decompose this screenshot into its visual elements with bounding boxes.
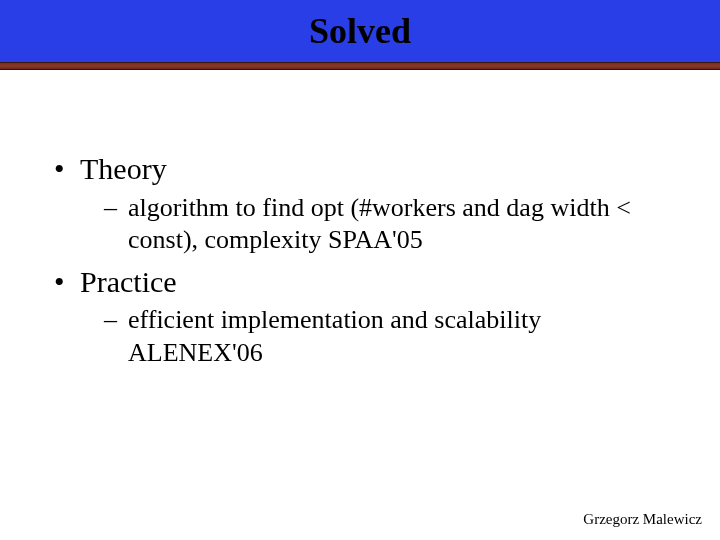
bullet-practice-sub: efficient implementation and scalability…	[104, 304, 664, 369]
title-underline	[0, 62, 720, 70]
bullet-practice: Practice	[54, 263, 684, 301]
slide: Solved Theory algorithm to find opt (#wo…	[0, 0, 720, 540]
content-area: Theory algorithm to find opt (#workers a…	[0, 70, 720, 369]
slide-title: Solved	[309, 10, 411, 52]
bullet-theory-sub: algorithm to find opt (#workers and dag …	[104, 192, 664, 257]
title-bar: Solved	[0, 0, 720, 62]
bullet-theory: Theory	[54, 150, 684, 188]
footer-author: Grzegorz Malewicz	[583, 511, 702, 528]
